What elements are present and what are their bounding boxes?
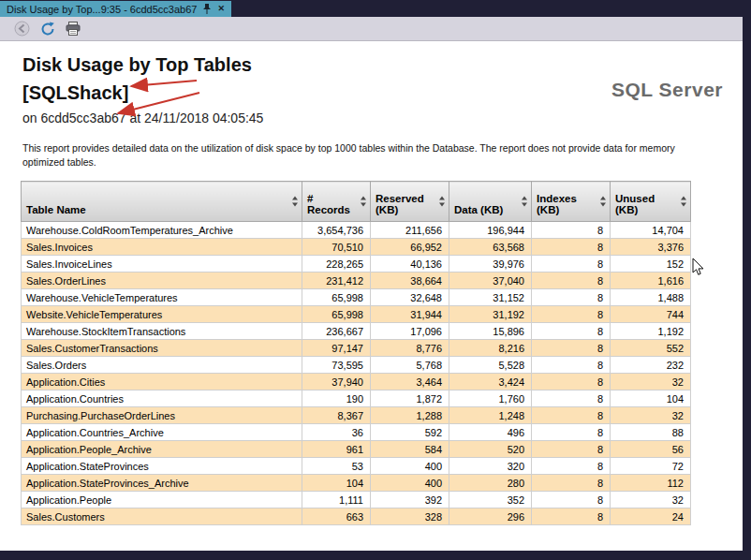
value-cell: 104 — [611, 391, 691, 407]
sort-arrows-icon[interactable] — [600, 197, 606, 207]
report-title: Disk Usage by Top Tables — [22, 54, 743, 76]
value-cell: 663 — [302, 508, 371, 525]
sort-arrows-icon[interactable] — [292, 197, 298, 207]
value-cell: 8,776 — [371, 340, 449, 357]
document-tab[interactable]: Disk Usage by Top...9:35 - 6cdd5cc3ab67 … — [0, 1, 231, 17]
value-cell: 552 — [611, 340, 691, 357]
report-description: This report provides detailed data on th… — [22, 141, 717, 169]
value-cell: 1,111 — [302, 492, 371, 508]
value-cell: 17,096 — [371, 323, 449, 340]
table-name-cell: Application.People_Archive — [22, 441, 302, 458]
value-cell: 3,376 — [611, 239, 691, 256]
refresh-button[interactable] — [40, 22, 55, 37]
value-cell: 1,488 — [611, 289, 691, 306]
value-cell: 961 — [302, 441, 371, 458]
table-row: Warehouse.VehicleTemperatures65,99832,64… — [22, 289, 691, 306]
table-body: Warehouse.ColdRoomTemperatures_Archive3,… — [22, 222, 691, 525]
value-cell: 53 — [302, 458, 371, 475]
value-cell: 296 — [449, 508, 532, 525]
value-cell: 236,667 — [302, 323, 371, 340]
table-name-cell: Application.Cities — [22, 374, 302, 391]
close-icon[interactable]: ✕ — [217, 5, 225, 13]
value-cell: 5,768 — [371, 357, 449, 374]
value-cell: 65,998 — [302, 306, 371, 323]
table-row: Application.Cities37,9403,4643,424832 — [22, 374, 691, 391]
column-header-label: Unused (KB) — [615, 193, 655, 215]
value-cell: 8 — [532, 391, 611, 407]
sort-arrows-icon[interactable] — [522, 197, 527, 207]
value-cell: 32,648 — [371, 289, 449, 306]
value-cell: 1,872 — [371, 391, 449, 407]
value-cell: 352 — [449, 492, 532, 508]
value-cell: 8 — [532, 222, 611, 239]
table-name-cell: Application.Countries — [22, 391, 302, 407]
table-name-cell: Website.VehicleTemperatures — [22, 306, 302, 323]
value-cell: 8 — [532, 508, 611, 525]
sort-arrows-icon[interactable] — [439, 197, 445, 207]
value-cell: 37,940 — [302, 374, 371, 391]
column-header[interactable]: # Records — [302, 182, 371, 222]
value-cell: 1,192 — [611, 323, 691, 340]
value-cell: 97,147 — [302, 340, 371, 357]
table-name-cell: Application.StateProvinces_Archive — [22, 475, 302, 492]
value-cell: 70,510 — [302, 239, 371, 256]
value-cell: 584 — [371, 441, 449, 458]
value-cell: 40,136 — [371, 256, 449, 273]
value-cell: 231,412 — [302, 273, 371, 289]
column-header[interactable]: Data (KB) — [449, 182, 532, 222]
value-cell: 8 — [532, 407, 611, 424]
value-cell: 32 — [611, 492, 691, 508]
value-cell: 1,248 — [449, 407, 532, 424]
table-name-cell: Application.People — [22, 492, 302, 508]
value-cell: 8 — [532, 492, 611, 508]
table-row: Application.Countries1901,8721,7608104 — [22, 391, 691, 407]
value-cell: 8 — [532, 424, 611, 441]
sort-arrows-icon[interactable] — [681, 197, 686, 207]
table-row: Application.StateProvinces53400320872 — [22, 458, 691, 475]
table-name-cell: Sales.Invoices — [22, 239, 302, 256]
table-name-cell: Sales.Customers — [22, 508, 302, 525]
value-cell: 1,288 — [371, 407, 449, 424]
table-row: Warehouse.ColdRoomTemperatures_Archive3,… — [22, 222, 691, 239]
value-cell: 112 — [611, 475, 691, 492]
value-cell: 228,265 — [302, 256, 371, 273]
value-cell: 8 — [532, 357, 611, 374]
value-cell: 31,152 — [449, 289, 532, 306]
table-name-cell: Sales.CustomerTransactions — [22, 340, 302, 357]
value-cell: 232 — [611, 357, 691, 374]
table-row: Application.Countries_Archive36592496888 — [22, 424, 691, 441]
disk-usage-table: Table Name# RecordsReserved (KB)Data (KB… — [21, 181, 691, 525]
value-cell: 8,367 — [302, 407, 371, 424]
value-cell: 8 — [532, 289, 611, 306]
value-cell: 72 — [611, 458, 691, 475]
value-cell: 8 — [532, 340, 611, 357]
column-header-label: # Records — [307, 193, 350, 215]
value-cell: 8 — [532, 306, 611, 323]
value-cell: 31,944 — [371, 306, 449, 323]
column-header[interactable]: Indexes (KB) — [532, 182, 611, 222]
value-cell: 56 — [611, 441, 691, 458]
value-cell: 152 — [611, 256, 691, 273]
print-button[interactable] — [66, 22, 81, 36]
table-row: Warehouse.StockItemTransactions236,66717… — [22, 323, 691, 340]
column-header[interactable]: Reserved (KB) — [371, 182, 449, 222]
column-header[interactable]: Table Name — [22, 182, 302, 222]
value-cell: 392 — [371, 492, 449, 508]
value-cell: 39,976 — [449, 256, 532, 273]
sort-arrows-icon[interactable] — [361, 197, 366, 207]
table-row: Sales.CustomerTransactions97,1478,7768,2… — [22, 340, 691, 357]
table-name-cell: Warehouse.VehicleTemperatures — [22, 289, 302, 306]
back-button[interactable] — [14, 21, 30, 37]
column-header[interactable]: Unused (KB) — [611, 182, 691, 222]
value-cell: 8 — [532, 374, 611, 391]
value-cell: 280 — [449, 475, 532, 492]
table-row: Sales.Invoices70,51066,95263,56883,376 — [22, 239, 691, 256]
value-cell: 32 — [611, 374, 691, 391]
pin-icon[interactable] — [202, 4, 212, 14]
value-cell: 3,654,736 — [302, 222, 371, 239]
table-row: Sales.InvoiceLines228,26540,13639,976815… — [22, 256, 691, 273]
value-cell: 24 — [611, 508, 691, 525]
table-name-cell: Sales.InvoiceLines — [22, 256, 302, 273]
column-header-label: Table Name — [26, 204, 86, 215]
report-server-timestamp: on 6cdd5cc3ab67 at 24/11/2018 04:05:45 — [22, 111, 743, 125]
